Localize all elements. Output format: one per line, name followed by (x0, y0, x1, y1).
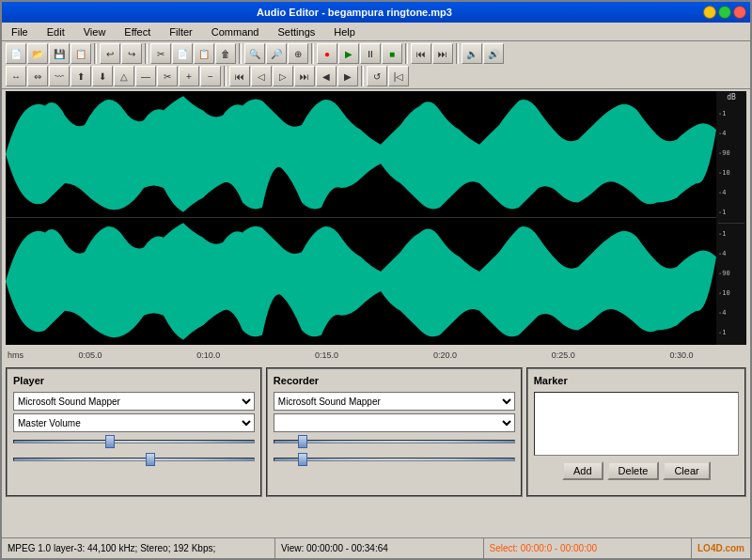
status-format: MPEG 1.0 layer-3: 44,100 kHz; Stereo; 19… (2, 538, 275, 558)
tb-stop[interactable]: ■ (382, 43, 402, 64)
tb-vol-down[interactable]: 🔈 (462, 43, 482, 64)
menu-edit[interactable]: Edit (41, 24, 70, 39)
db-scale: dB -1 -4 -90 -10 -4 -1 -1 -4 -90 -10 -4 … (716, 91, 746, 345)
bottom-panels: Player Microsoft Sound Mapper Master Vol… (6, 367, 746, 497)
tb-redo[interactable]: ↪ (121, 43, 142, 64)
tb-left[interactable]: ◀ (316, 66, 337, 86)
player-slider-track-2[interactable] (13, 458, 255, 461)
db-label-90: -90 (718, 149, 744, 157)
waveform-area: dB -1 -4 -90 -10 -4 -1 -1 -4 -90 -10 -4 … (6, 91, 746, 345)
toolbar-row-2: ↔ ⇔ 〰 ⬆ ⬇ △ — ✂ + − ⏮ ◁ ▷ ⏭ ◀ ▶ ↺ |◁ (6, 66, 746, 86)
time-0:20: 0:20.0 (433, 350, 457, 360)
tb-undo[interactable]: ↩ (100, 43, 120, 64)
tb-rewind[interactable]: ⏮ (411, 43, 431, 64)
player-slider-thumb-1[interactable] (105, 435, 115, 448)
menu-effect[interactable]: Effect (118, 24, 156, 39)
player-volume-select[interactable]: Master Volume (13, 413, 255, 432)
tb-loop[interactable]: ↺ (367, 66, 387, 86)
tb-norm[interactable]: ⬆ (70, 66, 91, 86)
tb-record[interactable]: ● (317, 43, 337, 64)
recorder-slider-track-2[interactable] (274, 458, 515, 461)
tb-paste[interactable]: 📋 (194, 43, 214, 64)
tb-ffwd[interactable]: ⏭ (432, 43, 453, 64)
time-0:25: 0:25.0 (552, 350, 575, 360)
db-label-1: -1 (718, 110, 744, 117)
player-slider-track-1[interactable] (13, 440, 255, 443)
tb-select2[interactable]: ⇔ (27, 66, 48, 86)
tb-prev[interactable]: ◁ (251, 66, 272, 86)
tb-gain-dn[interactable]: − (200, 66, 221, 86)
tb-mark[interactable]: |◁ (388, 66, 409, 86)
recorder-select-2[interactable] (274, 413, 515, 432)
delete-button[interactable]: Delete (607, 461, 660, 480)
tb-fade[interactable]: ⬇ (92, 66, 113, 86)
tb-save[interactable]: 💾 (49, 43, 70, 64)
tb-end[interactable]: ⏭ (294, 66, 315, 86)
tb-play[interactable]: ▶ (338, 43, 359, 64)
tb-trim[interactable]: ✂ (157, 66, 178, 86)
player-panel: Player Microsoft Sound Mapper Master Vol… (6, 367, 262, 497)
tb-silence[interactable]: — (135, 66, 156, 86)
db-label-b1: -1 (718, 230, 744, 238)
tb-amplify[interactable]: △ (114, 66, 134, 86)
tb-zoom-sel[interactable]: ⊕ (288, 43, 308, 64)
tb-cut[interactable]: ✂ (150, 43, 171, 64)
tb-select[interactable]: ↔ (6, 66, 26, 86)
tb-zoom-in[interactable]: 🔍 (244, 43, 265, 64)
menu-file[interactable]: File (6, 24, 34, 39)
window-title: Audio Editor - begampura ringtone.mp3 (6, 7, 703, 18)
sep8 (361, 66, 364, 86)
tb-right[interactable]: ▶ (337, 66, 358, 86)
player-title: Player (13, 375, 255, 386)
clear-button[interactable]: Clear (663, 461, 710, 480)
waveform-view[interactable] (6, 91, 716, 345)
marker-buttons: Add Delete Clear (534, 461, 739, 480)
player-slider-1 (13, 440, 255, 453)
app-window: Audio Editor - begampura ringtone.mp3 Fi… (0, 0, 752, 560)
tb-vol-up[interactable]: 🔊 (483, 43, 504, 64)
timeline-label: hms (8, 350, 24, 360)
recorder-slider-track-1[interactable] (274, 440, 515, 443)
tb-pause[interactable]: ⏸ (360, 43, 381, 64)
minimize-button[interactable] (703, 6, 716, 19)
time-0:10: 0:10.0 (196, 350, 220, 360)
recorder-slider-thumb-1[interactable] (298, 435, 307, 448)
marker-list[interactable] (534, 392, 739, 456)
menu-bar: File Edit View Effect Filter Command Set… (2, 23, 750, 41)
menu-help[interactable]: Help (328, 24, 361, 39)
sep1 (94, 43, 97, 64)
tb-zoom-out[interactable]: 🔎 (266, 43, 287, 64)
tb-delete[interactable]: 🗑 (215, 43, 236, 64)
db-label-b90: -90 (718, 270, 744, 277)
player-output-select[interactable]: Microsoft Sound Mapper (13, 392, 255, 411)
recorder-input-select[interactable]: Microsoft Sound Mapper (274, 392, 515, 411)
db-label-10: -10 (718, 169, 744, 177)
add-button[interactable]: Add (562, 461, 603, 480)
db-label-1b: -1 (718, 209, 744, 216)
tb-begin[interactable]: ⏮ (229, 66, 250, 86)
close-button[interactable] (733, 6, 746, 19)
menu-command[interactable]: Command (206, 24, 265, 39)
timeline: hms 0:05.0 0:10.0 0:15.0 0:20.0 0:25.0 0… (6, 347, 746, 364)
time-0:05: 0:05.0 (78, 350, 102, 360)
maximize-button[interactable] (718, 6, 731, 19)
menu-view[interactable]: View (78, 24, 112, 39)
recorder-slider-thumb-2[interactable] (298, 453, 307, 466)
menu-settings[interactable]: Settings (273, 24, 321, 39)
tb-new[interactable]: 📄 (6, 43, 26, 64)
recorder-title: Recorder (274, 375, 515, 386)
window-controls (703, 6, 746, 19)
db-header: dB (718, 93, 744, 101)
recorder-slider-2 (274, 458, 515, 471)
tb-next[interactable]: ▷ (273, 66, 293, 86)
tb-save-as[interactable]: 📋 (70, 43, 91, 64)
tb-open[interactable]: 📂 (27, 43, 48, 64)
player-slider-thumb-2[interactable] (146, 453, 155, 466)
tb-wave[interactable]: 〰 (49, 66, 70, 86)
time-0:15: 0:15.0 (315, 350, 338, 360)
recorder-panel: Recorder Microsoft Sound Mapper (266, 367, 523, 497)
marker-panel: Marker Add Delete Clear (526, 367, 746, 497)
menu-filter[interactable]: Filter (164, 24, 197, 39)
tb-gain-up[interactable]: + (179, 66, 199, 86)
tb-copy[interactable]: 📄 (172, 43, 193, 64)
